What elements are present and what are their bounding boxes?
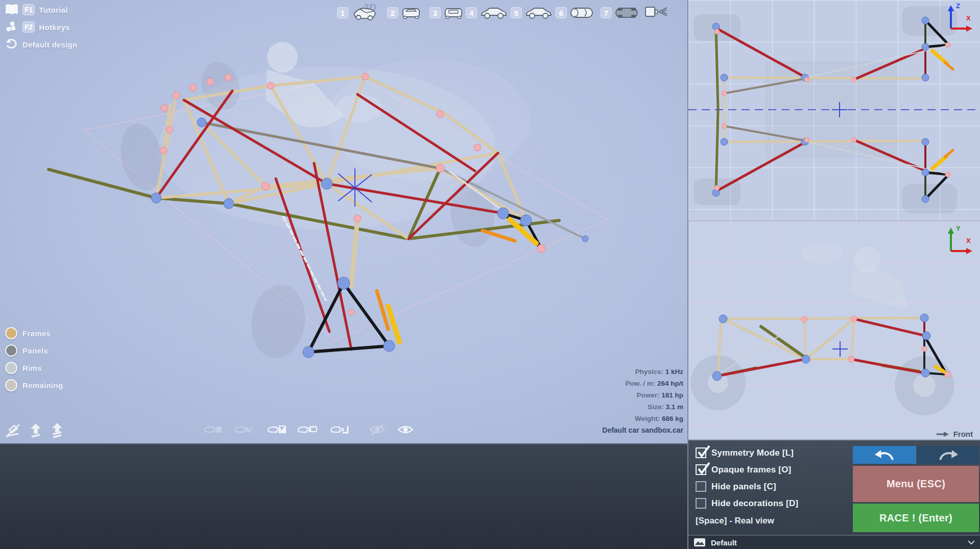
stat-power: Power: 181 hp (530, 389, 683, 401)
hand-beam-icon (329, 422, 349, 437)
top-view-axis-gizmo: Z X (945, 3, 975, 35)
car-bottom-view-icon (614, 5, 639, 20)
redo-arrow-icon (937, 448, 960, 462)
tutorial-label: Tutorial (39, 6, 67, 14)
eye-slash-icon (369, 422, 386, 437)
top-orthographic-view[interactable]: Z X (688, 0, 980, 220)
car-front-view-icon (401, 5, 421, 20)
car-side-right-view-icon (524, 5, 553, 20)
view-slot-5[interactable]: 5 (511, 5, 553, 20)
paint-disabled-button[interactable] (4, 421, 22, 442)
redo-button[interactable] (917, 446, 979, 464)
hand-part-icon (297, 422, 318, 437)
side-view-axis-gizmo: Y X (945, 226, 975, 257)
stat-weight: Weight: 686 kg (530, 413, 683, 425)
stat-size: Size: 3.1 m (530, 401, 683, 413)
layer-toggle-rims[interactable]: Rims (5, 362, 42, 374)
chevron-down-icon (968, 540, 975, 545)
hand-half-square-icon (267, 422, 286, 437)
checkbox-opaque-frames[interactable]: Opaque frames [O] (696, 464, 791, 475)
arrow-up-icon (27, 421, 45, 440)
menu-button[interactable]: Menu (ESC) (853, 466, 979, 502)
rims-color-dot[interactable] (5, 362, 17, 374)
select-part-tool[interactable] (297, 422, 318, 439)
select-panel-tool[interactable] (203, 422, 223, 439)
app-window: F1 Tutorial F2 Hotkeys Default design 3D (0, 0, 980, 549)
select-volume-tool[interactable] (234, 422, 253, 439)
car-3d-view-icon (351, 5, 378, 20)
undo-arrow-icon (873, 448, 896, 462)
environment-preset-dropdown[interactable]: Default (688, 535, 980, 549)
side-view-scene (688, 221, 980, 439)
f2-key-badge: F2 (22, 21, 35, 33)
keyboard-keys-icon (5, 21, 18, 33)
opaque-frames-checkbox-box[interactable] (696, 464, 706, 475)
view-slot-7[interactable]: 7 (601, 5, 639, 20)
hide-decorations-checkbox-box[interactable] (696, 498, 706, 509)
hotkeys-button[interactable]: F2 Hotkeys (5, 21, 70, 33)
side-view-crosshair (832, 341, 848, 357)
checkbox-hide-decorations[interactable]: Hide decorations [D] (696, 498, 798, 509)
front-direction-label: Front (936, 430, 973, 438)
restore-icon (5, 38, 18, 51)
hotkeys-label: Hotkeys (39, 23, 69, 32)
hide-selection-tool[interactable] (369, 422, 386, 439)
export-all-button[interactable] (48, 421, 66, 442)
panels-color-dot[interactable] (5, 344, 17, 357)
default-design-button[interactable]: Default design (5, 38, 78, 51)
split-view-button[interactable] (644, 5, 669, 21)
build-controls-panel: Symmetry Mode [L] Opaque frames [O] Hide… (688, 439, 980, 535)
frames-color-dot[interactable] (5, 327, 17, 339)
preset-label: Default (711, 538, 963, 547)
hide-panels-checkbox-box[interactable] (696, 481, 706, 492)
undo-button[interactable] (853, 446, 916, 464)
right-column: Z X (687, 0, 980, 549)
select-beam-tool[interactable] (329, 422, 349, 439)
hand-volume-icon (234, 422, 253, 437)
stat-power-per-mass: Pow. / m: 264 hp/t (530, 378, 683, 389)
tutorial-button[interactable]: F1 Tutorial (5, 4, 68, 16)
car-filename: Default car sandbox.car (530, 425, 683, 436)
real-view-hint: [Space] - Real view (696, 516, 774, 526)
view-slot-2[interactable]: 2 (387, 5, 421, 20)
f1-key-badge: F1 (22, 4, 35, 15)
top-view-scene (688, 0, 980, 220)
view-slot-1[interactable]: 1 (337, 5, 378, 20)
parts-palette: .obj ? (0, 443, 687, 549)
default-design-label: Default design (22, 40, 78, 49)
view-slot-3[interactable]: 3 (427, 5, 464, 20)
view-slot-6[interactable]: 6 (556, 5, 594, 20)
car-rear-view-icon (443, 5, 464, 20)
split-view-icon (644, 5, 669, 19)
main-viewport[interactable]: F1 Tutorial F2 Hotkeys Default design 3D (0, 0, 687, 443)
side-ghost-driver (801, 243, 908, 308)
remaining-color-dot[interactable] (5, 379, 17, 391)
layer-toggle-frames[interactable]: Frames (5, 327, 51, 339)
front-arrow-icon (936, 431, 949, 437)
stat-physics: Physics: 1 kHz (530, 366, 683, 378)
hand-square-icon (203, 422, 223, 437)
side-orthographic-view[interactable]: Y X (688, 220, 980, 439)
select-half-tool[interactable] (267, 422, 286, 439)
checkbox-hide-panels[interactable]: Hide panels [C] (696, 481, 776, 492)
view-slot-4[interactable]: 4 (466, 5, 508, 20)
layer-toggle-remaining[interactable]: Remaining (5, 379, 63, 391)
arrow-up-double-icon (48, 421, 66, 440)
car-top-view-icon (569, 5, 594, 20)
layer-toggle-panels[interactable]: Panels (5, 344, 48, 357)
export-button[interactable] (27, 421, 45, 442)
car-side-left-view-icon (480, 5, 508, 20)
book-icon (5, 4, 18, 16)
image-icon (694, 538, 706, 547)
eye-icon (397, 422, 414, 437)
paint-slash-icon (4, 421, 22, 440)
checkbox-symmetry-mode[interactable]: Symmetry Mode [L] (696, 447, 794, 458)
symmetry-checkbox-box[interactable] (696, 447, 706, 458)
car-stats: Physics: 1 kHz Pow. / m: 264 hp/t Power:… (530, 366, 683, 436)
race-button[interactable]: RACE ! (Enter) (853, 504, 979, 532)
show-all-tool[interactable] (397, 422, 414, 439)
